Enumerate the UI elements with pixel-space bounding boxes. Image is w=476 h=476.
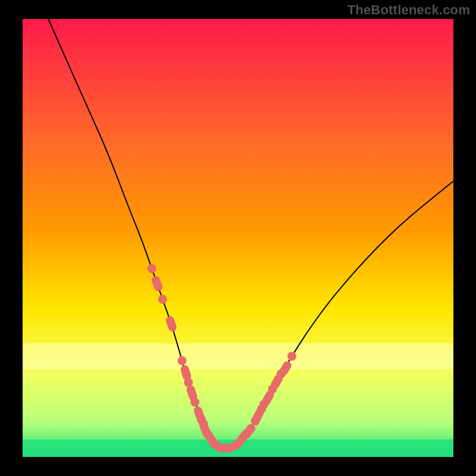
watermark-text: TheBottleneck.com	[347, 2, 470, 18]
plot-background	[23, 19, 453, 457]
marker-dot	[148, 264, 156, 273]
pale-yellow-band	[23, 343, 453, 369]
marker-dot	[190, 398, 199, 407]
bottleneck-chart	[0, 0, 476, 476]
marker-dot	[177, 356, 186, 365]
marker-dot	[246, 424, 255, 433]
marker-dot	[158, 295, 167, 304]
chart-stage: TheBottleneck.com	[0, 0, 476, 476]
marker-dot	[287, 352, 296, 361]
